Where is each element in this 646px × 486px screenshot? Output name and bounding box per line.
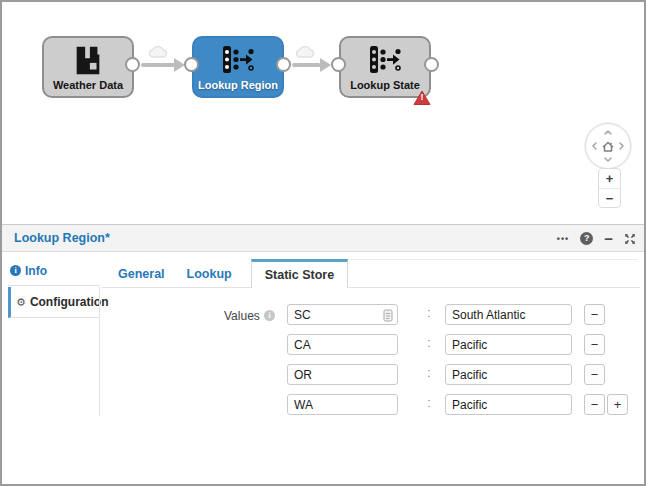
remove-row-button[interactable]: −	[584, 394, 605, 415]
input-port-lookup-region[interactable]	[184, 57, 199, 72]
value-input[interactable]	[445, 364, 572, 385]
key-value-separator: :	[423, 306, 435, 320]
key-value-separator: :	[423, 396, 435, 410]
pan-right-icon	[620, 143, 623, 149]
tab-static-store[interactable]: Static Store	[251, 259, 348, 288]
help-icon[interactable]: ?	[580, 232, 593, 245]
output-port-lookup-region[interactable]	[276, 57, 291, 72]
pan-left-icon	[593, 143, 596, 149]
pan-up-icon	[605, 131, 611, 134]
key-input[interactable]	[287, 394, 398, 415]
remove-row-button[interactable]: −	[584, 304, 605, 325]
config-panel-body: i Info ⚙ Configuration General Lookup St…	[2, 253, 644, 485]
config-panel: Lookup Region* ••• ? −	[2, 224, 644, 484]
config-tabs: General Lookup Static Store	[107, 259, 348, 288]
remove-row-button[interactable]: −	[584, 364, 605, 385]
stream-cloud-icon	[295, 45, 317, 64]
value-input[interactable]	[445, 394, 572, 415]
value-row: : −	[2, 364, 644, 387]
add-row-button[interactable]: +	[607, 394, 628, 415]
node-label: Weather Data	[44, 79, 132, 91]
lookup-icon	[367, 44, 403, 80]
config-panel-header: Lookup Region* ••• ? −	[2, 225, 644, 252]
value-input[interactable]	[445, 304, 572, 325]
node-label: Lookup Region	[194, 79, 282, 91]
node-lookup-state[interactable]: Lookup State !	[339, 36, 431, 98]
suggest-icon[interactable]	[383, 308, 393, 326]
node-lookup-region[interactable]: Lookup Region	[192, 36, 284, 98]
canvas-zoom-control: + −	[598, 168, 621, 208]
weather-source-icon	[71, 44, 105, 82]
error-warning-icon[interactable]: !	[413, 90, 431, 106]
info-icon: i	[10, 265, 21, 276]
key-value-separator: :	[423, 366, 435, 380]
tab-general[interactable]: General	[107, 259, 176, 288]
more-options-icon[interactable]: •••	[557, 234, 569, 244]
tab-lookup[interactable]: Lookup	[176, 259, 243, 288]
app-window: Weather Data Lookup Region	[0, 0, 646, 486]
lookup-icon	[220, 44, 256, 80]
key-input[interactable]	[287, 334, 398, 355]
key-input[interactable]	[287, 364, 398, 385]
value-row: : − +	[2, 394, 644, 417]
pipeline-canvas[interactable]: Weather Data Lookup Region	[2, 2, 644, 222]
zoom-in-button[interactable]: +	[599, 169, 620, 188]
key-value-separator: :	[423, 336, 435, 350]
home-icon	[603, 143, 613, 152]
key-input[interactable]	[287, 304, 398, 325]
output-port-weather-data[interactable]	[125, 57, 140, 72]
value-row: : −	[2, 334, 644, 357]
stream-cloud-icon	[148, 45, 170, 64]
expand-icon[interactable]	[624, 233, 636, 245]
value-input[interactable]	[445, 334, 572, 355]
zoom-out-button[interactable]: −	[599, 188, 620, 207]
remove-row-button[interactable]: −	[584, 334, 605, 355]
node-weather-data[interactable]: Weather Data	[42, 36, 134, 98]
minimize-icon[interactable]: −	[604, 234, 613, 244]
value-row: : −	[2, 304, 644, 327]
canvas-nav-pad[interactable]	[585, 123, 631, 169]
sidebar-item-info[interactable]: i Info	[8, 256, 99, 286]
pan-down-icon	[605, 158, 611, 161]
input-port-lookup-state[interactable]	[331, 57, 346, 72]
sidebar-item-label: Info	[25, 264, 47, 278]
panel-title: Lookup Region*	[14, 225, 110, 252]
output-port-lookup-state[interactable]	[424, 57, 439, 72]
